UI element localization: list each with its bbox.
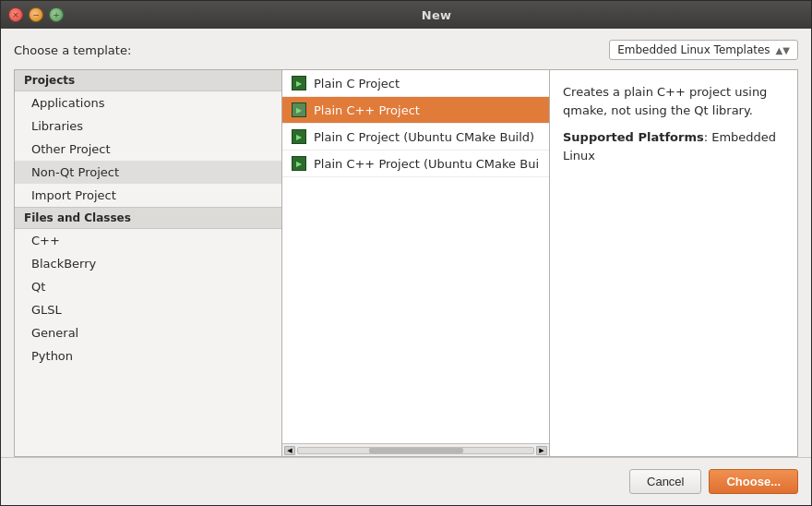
scroll-track[interactable] bbox=[297, 447, 534, 454]
template-icon-c-cmake: ▶ bbox=[292, 129, 306, 144]
sidebar-item-libraries[interactable]: Libraries bbox=[15, 114, 281, 138]
template-item-cpp-cmake[interactable]: ▶ Plain C++ Project (Ubuntu CMake Bui bbox=[282, 151, 549, 177]
dropdown-arrow-icon: ▲▼ bbox=[776, 45, 790, 55]
top-bar: Choose a template: Embedded Linux Templa… bbox=[14, 40, 798, 60]
template-item-plain-c[interactable]: ▶ Plain C Project bbox=[282, 70, 549, 97]
template-dropdown[interactable]: Embedded Linux Templates ▲▼ bbox=[609, 40, 798, 60]
template-icon-plain-cpp: ▶ bbox=[292, 102, 306, 117]
new-dialog: × − + New Choose a template: Embedded Li… bbox=[0, 0, 812, 506]
supported-platforms-label: Supported Platforms bbox=[563, 130, 704, 144]
choose-button[interactable]: Choose... bbox=[709, 469, 798, 494]
sidebar-item-qt[interactable]: Qt bbox=[15, 275, 281, 298]
template-label-plain-cpp: Plain C++ Project bbox=[314, 103, 420, 117]
template-description: Creates a plain C++ project using qmake,… bbox=[563, 83, 784, 119]
dialog-content: Choose a template: Embedded Linux Templa… bbox=[1, 29, 811, 457]
description-panel: Creates a plain C++ project using qmake,… bbox=[550, 70, 797, 456]
template-icon-cpp-cmake: ▶ bbox=[292, 156, 306, 171]
panels-container: Projects Applications Libraries Other Pr… bbox=[14, 69, 798, 457]
minimize-button[interactable]: − bbox=[29, 7, 43, 22]
sidebar-item-applications[interactable]: Applications bbox=[15, 91, 281, 114]
sidebar-item-other-project[interactable]: Other Project bbox=[15, 138, 281, 161]
window-title: New bbox=[69, 8, 804, 22]
template-list: ▶ Plain C Project ▶ Plain C++ Project ▶ bbox=[282, 70, 549, 443]
templates-panel: ▶ Plain C Project ▶ Plain C++ Project ▶ bbox=[282, 70, 550, 456]
sidebar-item-non-qt-project[interactable]: Non-Qt Project bbox=[15, 161, 281, 184]
categories-panel: Projects Applications Libraries Other Pr… bbox=[15, 70, 282, 456]
scroll-right-button[interactable]: ▶ bbox=[536, 446, 547, 455]
template-item-c-cmake[interactable]: ▶ Plain C Project (Ubuntu CMake Build) bbox=[282, 124, 549, 151]
maximize-button[interactable]: + bbox=[49, 7, 64, 22]
template-item-plain-cpp[interactable]: ▶ Plain C++ Project bbox=[282, 97, 549, 124]
sidebar-item-python[interactable]: Python bbox=[15, 344, 281, 367]
bottom-bar: Cancel Choose... bbox=[1, 457, 811, 505]
choose-label: Choose a template: bbox=[14, 43, 131, 57]
cancel-button[interactable]: Cancel bbox=[629, 469, 701, 494]
sidebar-item-import-project[interactable]: Import Project bbox=[15, 184, 281, 207]
supported-platforms-text: Supported Platforms: Embedded Linux bbox=[563, 128, 784, 164]
template-icon-plain-c: ▶ bbox=[292, 76, 306, 90]
projects-header: Projects bbox=[15, 70, 281, 91]
close-button[interactable]: × bbox=[8, 7, 23, 22]
sidebar-item-general[interactable]: General bbox=[15, 321, 281, 344]
files-and-classes-header: Files and Classes bbox=[15, 207, 281, 229]
scroll-left-button[interactable]: ◀ bbox=[284, 446, 295, 455]
middle-scrollbar: ◀ ▶ bbox=[282, 443, 549, 456]
template-label-plain-c: Plain C Project bbox=[314, 77, 400, 90]
sidebar-item-blackberry[interactable]: BlackBerry bbox=[15, 252, 281, 275]
sidebar-item-glsl[interactable]: GLSL bbox=[15, 298, 281, 321]
sidebar-item-cpp[interactable]: C++ bbox=[15, 229, 281, 252]
template-dropdown-label: Embedded Linux Templates bbox=[617, 43, 770, 56]
titlebar: × − + New bbox=[1, 1, 811, 29]
template-label-c-cmake: Plain C Project (Ubuntu CMake Build) bbox=[314, 130, 534, 144]
template-label-cpp-cmake: Plain C++ Project (Ubuntu CMake Bui bbox=[314, 157, 539, 171]
scroll-thumb bbox=[369, 448, 463, 453]
